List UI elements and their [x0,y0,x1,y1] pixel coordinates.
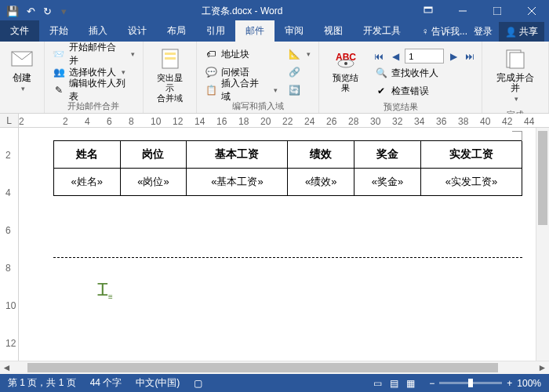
group-label-start: 开始邮件合并 [49,99,138,114]
last-record-button[interactable]: ⏭ [463,49,477,64]
ruler-corner: L [0,114,19,127]
match-fields-button[interactable]: 🔗 [285,64,314,81]
table-field-cell[interactable]: «绩效» [288,169,354,196]
web-layout-icon[interactable]: ▦ [406,378,415,389]
create-button[interactable]: 创建▾ [5,44,39,97]
table-field-cell[interactable]: «姓名» [54,169,121,196]
record-number-input[interactable] [405,49,444,64]
highlight-merge-fields-button[interactable]: 突出显示合并域 [148,44,192,107]
address-icon: 🏷 [205,48,217,60]
table-field-cell[interactable]: «基本工资» [187,169,288,196]
window-title: 工资条.docx - Word [73,5,411,18]
zoom-in-button[interactable]: + [507,378,512,389]
vertical-ruler[interactable]: 24681012 [0,128,19,361]
cut-line [53,257,522,258]
tab-file[interactable]: 文件 [0,20,39,42]
language-indicator[interactable]: 中文(中国) [136,376,180,390]
check-errors-button[interactable]: ✔检查错误 [372,82,477,100]
horizontal-ruler[interactable]: L 22468101214161820222426283032343638404… [0,114,549,128]
redo-icon[interactable]: ↻ [43,5,52,17]
zoom-out-button[interactable]: − [429,378,434,389]
update-icon: 🔄 [289,84,301,96]
scroll-right-button[interactable]: ► [536,361,549,374]
svg-text:ABC: ABC [336,52,356,63]
table-header-cell[interactable]: 绩效 [288,141,354,169]
svg-rect-14 [510,53,524,68]
edit-recipient-list-button[interactable]: ✎编辑收件人列表 [49,82,138,99]
preview-results-button[interactable]: ABC 预览结果 [324,44,367,96]
find-recipient-button[interactable]: 🔍查找收件人 [372,64,477,82]
table-header-cell[interactable]: 基本工资 [187,141,288,169]
ribbon-options-icon[interactable] [411,0,445,22]
word-count[interactable]: 44 个字 [90,376,122,390]
horizontal-scrollbar[interactable] [13,361,536,374]
finish-merge-button[interactable]: 完成并合并▾ [487,44,544,107]
first-record-button[interactable]: ⏮ [372,49,386,64]
zoom-level[interactable]: 100% [517,378,541,389]
zoom-control: − + 100% [429,378,541,389]
svg-rect-3 [493,7,501,15]
maximize-button[interactable] [480,0,514,22]
next-record-button[interactable]: ▶ [446,49,460,64]
group-label-write: 编写和插入域 [202,99,314,114]
prev-record-button[interactable]: ◀ [388,49,402,64]
edit-list-icon: ✎ [53,84,65,96]
tab-mailings[interactable]: 邮件 [235,20,274,42]
group-label-preview: 预览结果 [324,100,477,114]
login-link[interactable]: 登录 [474,25,493,38]
payroll-table[interactable]: 姓名岗位基本工资绩效奖金实发工资 «姓名»«岗位»«基本工资»«绩效»«奖金»«… [53,140,522,196]
quick-access-toolbar: 💾 ↶ ↻ ▾ [0,5,73,17]
page: 姓名岗位基本工资绩效奖金实发工资 «姓名»«岗位»«基本工资»«绩效»«奖金»«… [53,131,522,258]
envelope-icon [9,47,35,71]
scrollbar-thumb[interactable] [27,363,498,372]
match-icon: 🔗 [289,66,301,78]
tab-developer[interactable]: 开发工具 [353,20,411,42]
table-header-cell[interactable]: 岗位 [120,141,187,169]
qat-customize-icon[interactable]: ▾ [61,5,67,17]
greeting-icon: 💬 [205,66,217,78]
save-icon[interactable]: 💾 [6,5,19,17]
share-button[interactable]: 👤共享 [499,22,544,42]
insert-merge-field-button[interactable]: 📋插入合并域▾ [202,82,281,99]
print-layout-icon[interactable]: ▤ [390,378,398,389]
table-header-cell[interactable]: 实发工资 [420,141,522,169]
vertical-scrollbar[interactable] [536,128,549,361]
start-mail-merge-button[interactable]: 📨开始邮件合并▾ [49,45,138,63]
view-mode-switcher: ▭ ▤ ▦ [373,378,415,389]
scroll-left-button[interactable]: ◄ [0,361,13,374]
tab-home[interactable]: 开始 [39,20,78,42]
ribbon: 创建▾ 📨开始邮件合并▾ 👥选择收件人▾ ✎编辑收件人列表 开始邮件合并 突出显… [0,42,549,114]
scrollbar-thumb[interactable] [538,131,547,225]
document-canvas[interactable]: 姓名岗位基本工资绩效奖金实发工资 «姓名»«岗位»«基本工资»«绩效»«奖金»«… [19,128,536,361]
zoom-handle[interactable] [468,379,473,387]
tab-review[interactable]: 审阅 [274,20,314,42]
tab-references[interactable]: 引用 [196,20,235,42]
table-field-cell[interactable]: «岗位» [120,169,187,196]
highlight-icon [158,47,183,71]
tell-me[interactable]: ♀ 告诉我... [422,25,467,38]
table-header-cell[interactable]: 姓名 [54,141,121,169]
table-field-cell[interactable]: «实发工资» [420,169,522,196]
read-mode-icon[interactable]: ▭ [373,378,382,389]
record-macro-icon[interactable]: ▢ [194,378,202,389]
address-block-button[interactable]: 🏷地址块 [202,45,281,63]
tab-insert[interactable]: 插入 [78,20,118,42]
tab-layout[interactable]: 布局 [157,20,196,42]
page-indicator[interactable]: 第 1 页，共 1 页 [8,376,76,390]
preview-icon: ABC [333,47,358,71]
update-labels-button[interactable]: 🔄 [285,82,314,99]
tab-view[interactable]: 视图 [314,20,353,42]
rules-icon: 📐 [289,48,301,60]
rules-button[interactable]: 📐▾ [285,45,314,63]
zoom-slider[interactable] [439,382,502,384]
close-button[interactable] [514,0,549,22]
minimize-button[interactable] [445,0,480,22]
table-header-row: 姓名岗位基本工资绩效奖金实发工资 [54,141,522,169]
tab-design[interactable]: 设计 [118,20,157,42]
horizontal-scrollbar-row: ◄ ► [0,361,549,374]
undo-icon[interactable]: ↶ [27,5,35,17]
table-field-cell[interactable]: «奖金» [354,169,421,196]
check-icon: ✔ [375,85,387,97]
table-header-cell[interactable]: 奖金 [354,141,421,169]
title-bar: 💾 ↶ ↻ ▾ 工资条.docx - Word [0,0,549,22]
